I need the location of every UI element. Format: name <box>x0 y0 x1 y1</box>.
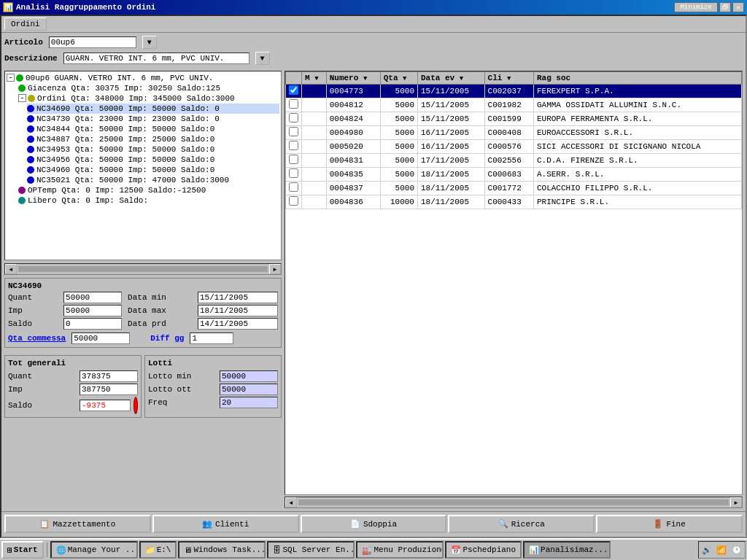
col-M[interactable]: M ▼ <box>302 72 327 85</box>
taskbar-sep-1 <box>47 542 47 557</box>
row-checkbox[interactable] <box>286 85 302 98</box>
taskbar-menuprod[interactable]: 🏭 Menu Produzione <box>356 541 444 559</box>
mazzettamento-label: Mazzettamento <box>53 520 115 529</box>
taskbar-sql[interactable]: 🗄 SQL Server En... <box>267 541 355 559</box>
start-button[interactable]: ⊞ Start <box>1 541 44 559</box>
tree-item-2[interactable]: NC34690 Qta: 50000 Imp: 50000 Saldo: 0 <box>27 104 279 114</box>
articolo-input[interactable] <box>49 36 136 48</box>
tree-item-4[interactable]: NC34844 Qta: 50000 Imp: 50000 Saldo:0 <box>27 124 279 134</box>
tree-collapse-root[interactable]: - <box>7 74 15 82</box>
articolo-dropdown[interactable]: ▼ <box>142 36 157 49</box>
item-9-text: NC35021 Qta: 50000 Imp: 47000 Saldo:3000 <box>36 176 229 184</box>
table-row[interactable]: 0004831 5000 17/11/2005 C002556 C.D.A. F… <box>286 154 742 168</box>
table-scroll-track[interactable] <box>298 499 729 505</box>
data-prd-input[interactable] <box>198 318 278 330</box>
tree-item-3[interactable]: NC34730 Qta: 23000 Imp: 23000 Saldo: 0 <box>27 114 279 124</box>
ricerca-button[interactable]: 🔍 Ricerca <box>448 515 595 533</box>
mazzettamento-button[interactable]: 📋 Mazzettamento <box>4 515 151 533</box>
scroll-left-btn[interactable]: ◄ <box>5 264 17 274</box>
sdoppia-button[interactable]: 📄 Sdoppia <box>301 515 447 533</box>
table-row[interactable]: 0004773 5000 15/11/2005 C002037 FEREXPER… <box>286 85 742 98</box>
scroll-track[interactable] <box>18 266 268 272</box>
tree-hscroll[interactable]: ◄ ► <box>4 263 282 275</box>
table-scroll-right[interactable]: ► <box>730 497 742 508</box>
col-cli[interactable]: Cli ▼ <box>484 72 533 85</box>
col-numero[interactable]: Numero ▼ <box>326 72 380 85</box>
col-data-ev[interactable]: Data ev ▼ <box>417 72 484 85</box>
ricerca-icon: 🔍 <box>498 519 508 529</box>
table-row[interactable]: 0004812 5000 15/11/2005 C001982 GAMMA OS… <box>286 98 742 112</box>
table-row[interactable]: 0004824 5000 15/11/2005 C001599 EUROPA F… <box>286 112 742 126</box>
totals-section: Tot generali Quant Imp Saldo <box>4 355 142 418</box>
tree-item-0: Giacenza Qta: 30375 Imp: 30250 Saldo:125 <box>18 83 279 93</box>
data-max-input[interactable] <box>198 305 278 316</box>
col-qta[interactable]: Qta ▼ <box>380 72 417 85</box>
bottom-bar: 📋 Mazzettamento 👥 Clienti 📄 Sdoppia 🔍 Ri… <box>1 511 746 536</box>
tot-saldo-input[interactable] <box>80 400 131 411</box>
row-cli: C002556 <box>484 154 533 168</box>
descrizione-input[interactable] <box>63 52 249 64</box>
row-checkbox[interactable] <box>286 98 302 112</box>
taskbar-manage[interactable]: 🌐 Manage Your ... <box>50 541 138 559</box>
table-scroll-left[interactable]: ◄ <box>285 497 297 508</box>
close-button[interactable]: ✕ <box>732 2 744 12</box>
row-checkbox[interactable] <box>286 112 302 126</box>
restore-button[interactable]: 🗗 <box>719 2 731 12</box>
item-2-dot <box>27 105 34 112</box>
row-data-ev: 18/11/2005 <box>417 168 484 182</box>
clienti-button[interactable]: 👥 Clienti <box>152 515 299 533</box>
taskbar-panalisimaz[interactable]: 📊 Panalisimaz... <box>523 541 611 559</box>
row-data-ev: 17/11/2005 <box>417 154 484 168</box>
taskbar-explorer[interactable]: 📁 E:\ <box>139 541 177 559</box>
stop-button[interactable] <box>133 397 138 414</box>
table-row[interactable]: 0005020 5000 16/11/2005 C000576 SICI ACC… <box>286 140 742 154</box>
tree-item-8[interactable]: NC34960 Qta: 50000 Imp: 50000 Saldo:0 <box>27 165 279 175</box>
tot-quant-input[interactable] <box>80 370 138 382</box>
tree-item-11: Libero Qta: 0 Imp: Saldo: <box>18 195 279 206</box>
tree-collapse-1[interactable]: - <box>18 94 26 102</box>
tree-panel[interactable]: - 00up6 GUARN. VETRO INT. 6 mm, PVC UNIV… <box>4 71 282 260</box>
row-checkbox[interactable] <box>286 168 302 182</box>
row-checkbox[interactable] <box>286 126 302 140</box>
row-rag-soc: EUROACCESSORI S.R.L. <box>533 126 741 140</box>
row-checkbox[interactable] <box>286 140 302 154</box>
lotto-ott-label: Lotto ott <box>148 385 217 394</box>
mazzettamento-icon: 📋 <box>39 519 50 529</box>
tree-item-9[interactable]: NC35021 Qta: 50000 Imp: 47000 Saldo:3000 <box>27 175 279 185</box>
table-hscroll[interactable]: ◄ ► <box>285 497 743 508</box>
table-container[interactable]: M ▼ Numero ▼ Qta ▼ Data ev ▼ Cli ▼ Rag s… <box>285 71 743 495</box>
row-checkbox[interactable] <box>286 195 302 209</box>
lotto-min-input[interactable] <box>220 370 278 382</box>
qta-commessa-link[interactable]: Qta commessa <box>8 334 66 343</box>
taskbar-wintask[interactable]: 🖥 Windows Task... <box>178 541 266 559</box>
main-window: Ordini Articolo ▼ Descrizione ▼ - <box>0 15 747 538</box>
row-qta: 5000 <box>380 182 417 195</box>
table-row[interactable]: 0004836 10000 18/11/2005 C000433 PRINCIP… <box>286 195 742 209</box>
tree-item-7[interactable]: NC34956 Qta: 50000 Imp: 50000 Saldo:0 <box>27 155 279 165</box>
qta-commessa-input[interactable] <box>71 332 130 344</box>
fine-button[interactable]: 🚪 Fine <box>596 515 743 533</box>
table-row[interactable]: 0004980 5000 16/11/2005 C000408 EUROACCE… <box>286 126 742 140</box>
tot-imp-input[interactable] <box>80 384 138 395</box>
imp-input[interactable] <box>63 305 122 316</box>
table-row[interactable]: 0004837 5000 18/11/2005 C001772 COLACCHI… <box>286 182 742 195</box>
wintask-label: Windows Task... <box>193 545 266 554</box>
scroll-right-btn[interactable]: ► <box>269 264 281 274</box>
taskbar-pschedpiano[interactable]: 📅 Pschedpiano <box>445 541 522 559</box>
descrizione-dropdown[interactable]: ▼ <box>255 52 270 65</box>
lotto-ott-input[interactable] <box>220 384 278 395</box>
row-checkbox[interactable] <box>286 154 302 168</box>
saldo-input[interactable] <box>63 318 122 330</box>
table-row[interactable]: 0004835 5000 18/11/2005 C000683 A.SERR. … <box>286 168 742 182</box>
tree-item-6[interactable]: NC34953 Qta: 50000 Imp: 50000 Saldo:0 <box>27 144 279 155</box>
diff-gg-input[interactable] <box>190 332 233 344</box>
quant-input[interactable] <box>63 292 122 303</box>
data-min-input[interactable] <box>198 292 278 303</box>
data-prd-label: Data prd <box>128 319 192 328</box>
tree-item-5[interactable]: NC34887 Qta: 25000 Imp: 25000 Saldo:0 <box>27 134 279 144</box>
row-checkbox[interactable] <box>286 182 302 195</box>
freq-input[interactable] <box>220 397 278 408</box>
col-rag-soc[interactable]: Rag soc <box>533 72 741 85</box>
minimize-button[interactable]: Minimize <box>674 2 718 12</box>
ordini-tab[interactable]: Ordini <box>4 18 47 31</box>
